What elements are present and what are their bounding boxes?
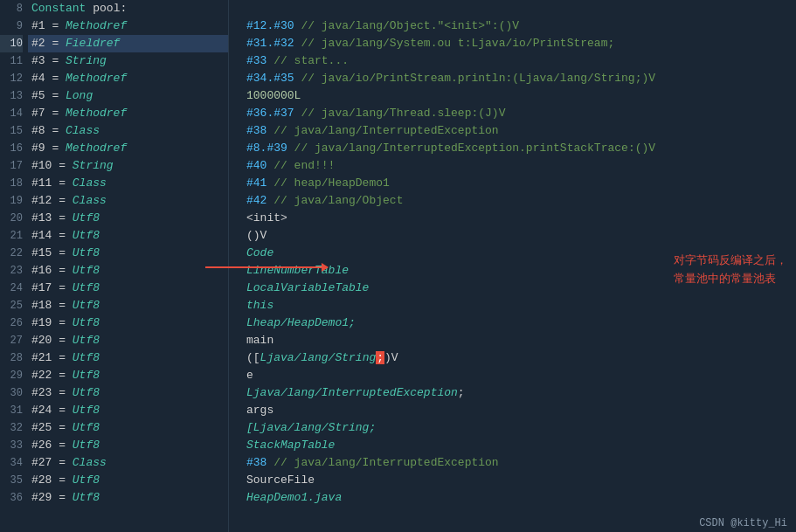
left-line: #26 = Utf8 bbox=[28, 437, 228, 454]
right-line: #36.#37 // java/lang/Thread.sleep:(J)V bbox=[246, 105, 796, 122]
left-line: #7 = Methodref bbox=[28, 105, 228, 122]
line-number: 32 bbox=[0, 419, 23, 437]
right-line: args bbox=[246, 402, 796, 419]
right-line bbox=[246, 0, 796, 17]
left-line: Constant pool: bbox=[28, 0, 228, 17]
left-line: #29 = Utf8 bbox=[28, 489, 228, 507]
line-number: 35 bbox=[0, 472, 23, 489]
right-line: main bbox=[246, 332, 796, 349]
line-number: 27 bbox=[0, 332, 23, 349]
left-line: #17 = Utf8 bbox=[28, 280, 228, 297]
line-number: 10 bbox=[0, 35, 23, 52]
left-line: #28 = Utf8 bbox=[28, 472, 228, 489]
right-line: ([Ljava/lang/String;)V bbox=[246, 349, 796, 367]
right-line: #38 // java/lang/InterruptedException bbox=[246, 454, 796, 472]
line-number: 18 bbox=[0, 175, 23, 192]
left-line: #8 = Class bbox=[28, 122, 228, 140]
left-line: #23 = Utf8 bbox=[28, 384, 228, 402]
left-line: #21 = Utf8 bbox=[28, 349, 228, 367]
right-line: SourceFile bbox=[246, 472, 796, 489]
line-number: 9 bbox=[0, 17, 23, 35]
right-line: Lheap/HeapDemo1; bbox=[246, 314, 796, 332]
right-line: #33 // start... bbox=[246, 52, 796, 70]
line-number: 14 bbox=[0, 105, 23, 122]
line-number: 33 bbox=[0, 437, 23, 454]
line-number: 16 bbox=[0, 140, 23, 157]
left-line: #13 = Utf8 bbox=[28, 210, 228, 227]
line-number: 23 bbox=[0, 262, 23, 280]
line-number: 28 bbox=[0, 349, 23, 367]
line-number: 24 bbox=[0, 280, 23, 297]
left-line: #9 = Methodref bbox=[28, 140, 228, 157]
right-line: #40 // end!!! bbox=[246, 157, 796, 175]
line-number: 36 bbox=[0, 489, 23, 507]
left-line: #12 = Class bbox=[28, 192, 228, 210]
line-number: 11 bbox=[0, 52, 23, 70]
right-line: StackMapTable bbox=[246, 437, 796, 454]
line-number: 19 bbox=[0, 192, 23, 210]
right-line: e bbox=[246, 367, 796, 384]
right-line: #38 // java/lang/InterruptedException bbox=[246, 122, 796, 140]
line-number: 30 bbox=[0, 384, 23, 402]
left-panel: Constant pool: #1 = Methodref #2 = Field… bbox=[28, 0, 229, 532]
left-line: #22 = Utf8 bbox=[28, 367, 228, 384]
left-line: #3 = String bbox=[28, 52, 228, 70]
line-number: 25 bbox=[0, 297, 23, 314]
right-line: [Ljava/lang/String; bbox=[246, 419, 796, 437]
left-line: #15 = Utf8 bbox=[28, 245, 228, 262]
left-line: #24 = Utf8 bbox=[28, 402, 228, 419]
right-line: <init> bbox=[246, 210, 796, 227]
right-line: HeapDemo1.java bbox=[246, 489, 796, 507]
right-line: ()V bbox=[246, 227, 796, 245]
left-line: #5 = Long bbox=[28, 87, 228, 105]
right-line: #8.#39 // java/lang/InterruptedException… bbox=[246, 140, 796, 157]
right-line: #31.#32 // java/lang/System.ou t:Ljava/i… bbox=[246, 35, 796, 52]
line-number: 13 bbox=[0, 87, 23, 105]
left-line: #16 = Utf8 bbox=[28, 262, 228, 280]
right-line: #34.#35 // java/io/PrintStream.println:(… bbox=[246, 70, 796, 87]
left-line: #25 = Utf8 bbox=[28, 419, 228, 437]
right-line: this bbox=[246, 297, 796, 314]
right-line: 1000000L bbox=[246, 87, 796, 105]
left-line: #14 = Utf8 bbox=[28, 227, 228, 245]
annotation-arrow bbox=[205, 266, 328, 268]
left-line: #19 = Utf8 bbox=[28, 314, 228, 332]
left-line: #18 = Utf8 bbox=[28, 297, 228, 314]
line-number: 12 bbox=[0, 70, 23, 87]
left-line: #27 = Class bbox=[28, 454, 228, 472]
line-number: 22 bbox=[0, 245, 23, 262]
line-number: 21 bbox=[0, 227, 23, 245]
bottom-bar: CSDN @kitty_Hi bbox=[699, 515, 796, 532]
left-line: #20 = Utf8 bbox=[28, 332, 228, 349]
line-number: 31 bbox=[0, 402, 23, 419]
line-number: 17 bbox=[0, 157, 23, 175]
line-numbers: 8910111213141516171819202122232425262728… bbox=[0, 0, 28, 532]
line-number: 29 bbox=[0, 367, 23, 384]
right-line: #42 // java/lang/Object bbox=[246, 192, 796, 210]
right-line: #41 // heap/HeapDemo1 bbox=[246, 175, 796, 192]
right-line: #12.#30 // java/lang/Object."<init>":()V bbox=[246, 17, 796, 35]
right-line: Ljava/lang/InterruptedException; bbox=[246, 384, 796, 402]
left-line: #11 = Class bbox=[28, 175, 228, 192]
left-line: #10 = String bbox=[28, 157, 228, 175]
left-line: #2 = Fieldref bbox=[28, 35, 228, 52]
left-line: #4 = Methodref bbox=[28, 70, 228, 87]
left-line: #1 = Methodref bbox=[28, 17, 228, 35]
line-number: 34 bbox=[0, 454, 23, 472]
line-number: 8 bbox=[0, 0, 23, 17]
line-number: 26 bbox=[0, 314, 23, 332]
line-number: 20 bbox=[0, 210, 23, 227]
annotation-text: 对字节码反编译之后，常量池中的常量池表 bbox=[674, 252, 787, 288]
line-number: 15 bbox=[0, 122, 23, 140]
